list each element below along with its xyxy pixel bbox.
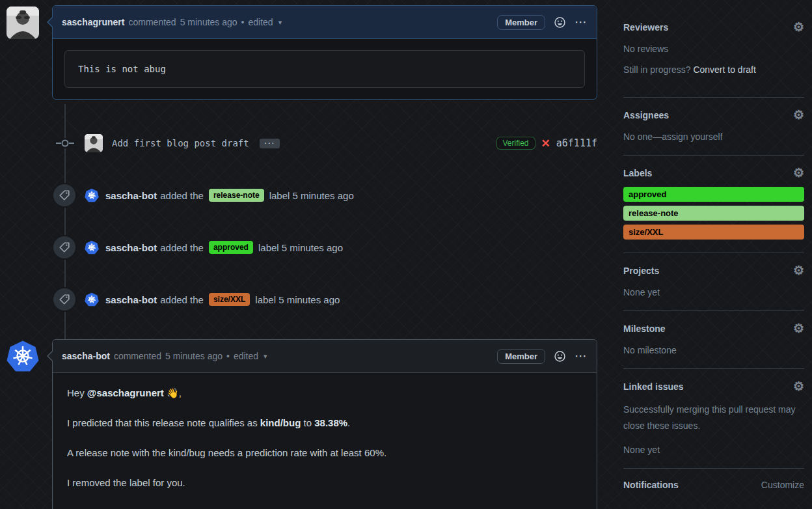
projects-title: Projects [623,266,659,276]
label-chip[interactable]: approved [209,241,253,254]
edited-label[interactable]: edited [234,351,258,361]
tag-icon [52,287,77,312]
event-text: added the [160,242,204,253]
wave-emoji: 👋 [164,387,179,398]
event-text: label 5 minutes ago [269,190,354,201]
member-badge: Member [497,15,545,30]
reviewers-title: Reviewers [623,22,668,33]
gear-icon[interactable]: ⚙ [793,264,804,277]
comment-sascha-bot: sascha-bot commented 5 minutes ago • edi… [52,339,597,509]
kebab-menu-icon[interactable]: ⋯ [575,353,588,359]
person-photo-icon [85,134,103,152]
label-chip[interactable]: release-note [209,189,264,202]
saschagrunert-avatar[interactable] [7,7,39,39]
comment-timestamp[interactable]: 5 minutes ago [180,17,237,27]
reviewers-empty: No reviews [623,44,804,54]
labels-title: Labels [623,168,652,178]
gear-icon[interactable]: ⚙ [793,322,804,335]
tag-icon [52,235,77,260]
commit-hash[interactable]: a6f111f [556,137,597,149]
comment-body: This is not abug [53,39,597,99]
notifications-section: Notifications Customize [623,469,804,503]
label-chip[interactable]: size/XXL [209,293,250,306]
comment-author[interactable]: sascha-bot [62,351,110,361]
gear-icon[interactable]: ⚙ [793,167,804,179]
event-author[interactable]: sascha-bot [105,190,157,201]
sascha-bot-avatar[interactable] [85,240,99,255]
milestone-title: Milestone [623,323,666,334]
comment-action: commented [128,17,176,27]
gear-icon[interactable]: ⚙ [793,380,804,392]
sascha-bot-avatar[interactable] [85,292,99,307]
linked-issues-empty: None yet [623,445,804,455]
assignees-title: Assignees [623,110,669,120]
commit-message[interactable]: Add first blog post draft [112,138,249,148]
bubble-caret [47,16,53,28]
edited-label[interactable]: edited [249,17,273,27]
dot-separator: • [226,351,230,361]
comment-header: saschagrunert commented 5 minutes ago • … [53,6,597,39]
draft-hint: Still in progress? [623,64,693,75]
label-size-xxl[interactable]: size/XXL [623,225,804,240]
event-text: label 5 minutes ago [255,294,340,305]
assignees-section: Assignees ⚙ No one—assign yourself [623,98,804,156]
label-event-row: sascha-bot added the release-note label … [52,181,597,210]
event-text: added the [160,190,204,201]
tag-icon [52,183,77,208]
dot-separator: • [241,17,245,27]
smiley-icon[interactable] [554,17,565,28]
commit-expander-button[interactable]: ··· [260,139,280,148]
event-author[interactable]: sascha-bot [105,242,157,253]
git-commit-icon [52,138,78,148]
comment-paragraph: I removed the label for you. [67,473,582,493]
event-text: label 5 minutes ago [258,242,343,253]
milestone-section: Milestone ⚙ No milestone [623,311,804,369]
gear-icon[interactable]: ⚙ [793,21,804,33]
comment-author[interactable]: saschagrunert [62,17,124,27]
kubernetes-logo-icon [7,340,39,372]
linked-issues-description: Successfully merging this pull request m… [623,402,804,434]
chevron-down-icon[interactable]: ▾ [264,352,267,361]
gear-icon[interactable]: ⚙ [793,109,804,121]
comment-paragraph: Hey @saschagrunert 👋, [67,383,582,403]
chevron-down-icon[interactable]: ▾ [278,18,282,27]
projects-empty: None yet [623,287,804,297]
assign-yourself-link[interactable]: assign yourself [662,131,722,142]
commit-author-avatar[interactable] [85,134,103,152]
linked-issues-title: Linked issues [623,381,684,392]
sascha-bot-avatar[interactable] [85,188,99,202]
linked-issues-section: Linked issues ⚙ Successfully merging thi… [623,369,804,469]
comment-paragraph: I predicted that this release note quali… [67,413,582,433]
label-approved[interactable]: approved [623,187,804,202]
milestone-empty: No milestone [623,345,804,355]
comment-header: sascha-bot commented 5 minutes ago • edi… [53,340,597,373]
code-block: This is not abug [64,50,585,88]
comment-saschagrunert: saschagrunert commented 5 minutes ago • … [52,5,597,100]
commit-row: Add first blog post draft ··· Verified ✕… [52,130,597,157]
person-photo-icon [7,7,39,39]
event-author[interactable]: sascha-bot [105,294,157,305]
event-text: added the [160,294,204,305]
reviewers-section: Reviewers ⚙ No reviews Still in progress… [623,0,804,98]
assignees-empty: No one— [623,131,662,142]
label-event-row: sascha-bot added the size/XXL label 5 mi… [52,285,597,314]
comment-timestamp[interactable]: 5 minutes ago [165,351,223,361]
labels-section: Labels ⚙ approved release-note size/XXL [623,156,804,253]
smiley-icon[interactable] [554,351,565,362]
comment-body: Hey @saschagrunert 👋, I predicted that t… [53,373,597,509]
comment-action: commented [114,351,161,361]
label-event-row: sascha-bot added the approved label 5 mi… [52,233,597,262]
status-failed-x-icon[interactable]: ✕ [541,137,550,150]
verified-badge[interactable]: Verified [496,137,535,150]
notifications-title: Notifications [623,480,679,490]
customize-link[interactable]: Customize [761,480,804,490]
sidebar: Reviewers ⚙ No reviews Still in progress… [623,0,804,503]
label-release-note[interactable]: release-note [623,206,804,221]
convert-to-draft-link[interactable]: Convert to draft [693,64,756,75]
projects-section: Projects ⚙ None yet [623,253,804,311]
comment-paragraph: A release note with the kind/bug needs a… [67,443,582,463]
kebab-menu-icon[interactable]: ⋯ [575,19,588,25]
sascha-bot-avatar-large[interactable] [7,340,39,372]
member-badge: Member [497,349,545,364]
mention-link[interactable]: @saschagrunert [87,387,164,398]
